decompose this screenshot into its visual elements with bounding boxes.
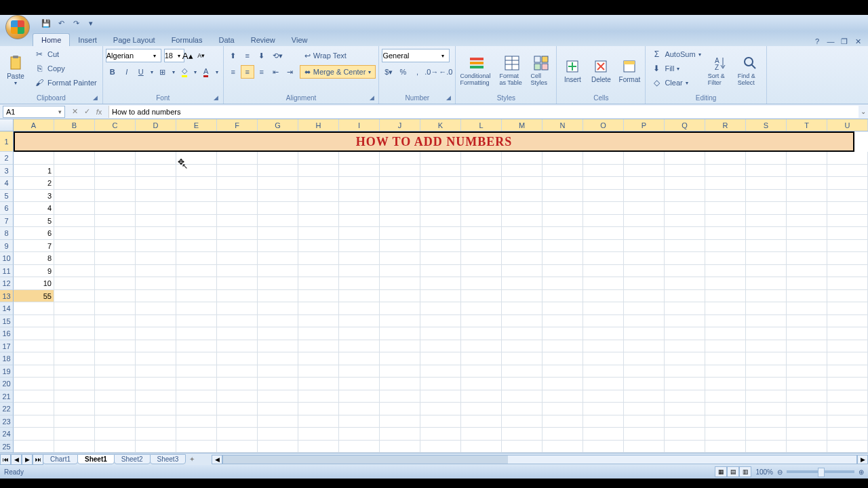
cell-e7[interactable] [176, 215, 217, 228]
cell-f13[interactable] [217, 290, 258, 303]
scroll-left-button[interactable]: ◀ [212, 455, 222, 464]
cell-r4[interactable] [705, 177, 746, 190]
cell-s23[interactable] [746, 415, 787, 428]
cell-q7[interactable] [665, 215, 705, 228]
sheet-nav-first[interactable]: ⏮ [0, 454, 11, 465]
sheet-tab-sheet1[interactable]: Sheet1 [77, 454, 115, 464]
cell-k3[interactable] [420, 165, 461, 178]
cell-l6[interactable] [461, 202, 502, 215]
format-as-table-button[interactable]: Format as Table [498, 47, 526, 94]
cell-m7[interactable] [502, 215, 542, 228]
cell-a3[interactable]: 1 [14, 165, 54, 178]
cell-j8[interactable] [380, 227, 420, 240]
cell-b15[interactable] [54, 315, 95, 328]
cell-t4[interactable] [787, 177, 827, 190]
cell-d23[interactable] [136, 415, 176, 428]
cell-d8[interactable] [136, 227, 176, 240]
cell-k15[interactable] [420, 315, 461, 328]
cell-p21[interactable] [624, 390, 665, 403]
row-header-6[interactable]: 6 [0, 202, 14, 215]
cell-r18[interactable] [705, 352, 746, 365]
cell-p6[interactable] [624, 202, 665, 215]
cell-d9[interactable] [136, 240, 176, 253]
cell-e24[interactable] [176, 428, 217, 441]
cell-m9[interactable] [502, 240, 542, 253]
font-launcher-icon[interactable]: ◢ [212, 94, 220, 102]
cell-d13[interactable] [136, 290, 176, 303]
orientation-button[interactable]: ⟲▾ [269, 49, 287, 62]
cell-u14[interactable] [827, 302, 868, 315]
cell-j19[interactable] [380, 365, 420, 378]
normal-view-button[interactable]: ▦ [715, 466, 727, 477]
cell-k23[interactable] [420, 415, 461, 428]
cell-m22[interactable] [502, 403, 542, 415]
cell-l11[interactable] [461, 265, 502, 278]
cell-k5[interactable] [420, 190, 461, 203]
cell-p7[interactable] [624, 215, 665, 228]
cell-p3[interactable] [624, 165, 665, 178]
comma-button[interactable]: , [410, 65, 424, 79]
cell-d21[interactable] [136, 390, 176, 403]
cell-e25[interactable] [176, 441, 217, 453]
cell-t18[interactable] [787, 352, 827, 365]
cell-q20[interactable] [665, 378, 705, 390]
cell-i18[interactable] [339, 352, 380, 365]
cell-j2[interactable] [380, 152, 420, 165]
cell-q11[interactable] [665, 265, 705, 278]
cell-a19[interactable] [14, 365, 54, 378]
col-header-t[interactable]: T [787, 119, 827, 131]
cell-p15[interactable] [624, 315, 665, 328]
cell-k8[interactable] [420, 227, 461, 240]
cell-u3[interactable] [827, 165, 868, 178]
cell-n3[interactable] [542, 165, 583, 178]
cell-p9[interactable] [624, 240, 665, 253]
cell-n5[interactable] [542, 190, 583, 203]
cell-o11[interactable] [583, 265, 624, 278]
cell-q25[interactable] [665, 441, 705, 453]
cell-a4[interactable]: 2 [14, 177, 54, 190]
cell-i2[interactable] [339, 152, 380, 165]
cell-j4[interactable] [380, 177, 420, 190]
clear-button[interactable]: ◇Clear▾ [648, 76, 703, 89]
cell-a8[interactable]: 6 [14, 227, 54, 240]
cell-n7[interactable] [542, 215, 583, 228]
cell-o17[interactable] [583, 340, 624, 353]
cell-m15[interactable] [502, 315, 542, 328]
cell-m5[interactable] [502, 190, 542, 203]
cell-e22[interactable] [176, 403, 217, 415]
cell-q17[interactable] [665, 340, 705, 353]
cell-s14[interactable] [746, 302, 787, 315]
cell-u6[interactable] [827, 202, 868, 215]
cell-n20[interactable] [542, 378, 583, 390]
zoom-slider[interactable] [787, 470, 854, 473]
cell-i17[interactable] [339, 340, 380, 353]
cell-o20[interactable] [583, 378, 624, 390]
cell-b7[interactable] [54, 215, 95, 228]
cell-e8[interactable] [176, 227, 217, 240]
cell-q8[interactable] [665, 227, 705, 240]
row-header-3[interactable]: 3 [0, 165, 14, 178]
cell-f18[interactable] [217, 352, 258, 365]
wrap-text-button[interactable]: ↩Wrap Text [300, 49, 351, 62]
row-header-20[interactable]: 20 [0, 378, 14, 390]
cell-h14[interactable] [298, 302, 339, 315]
cell-t15[interactable] [787, 315, 827, 328]
cell-u25[interactable] [827, 441, 868, 453]
cell-m18[interactable] [502, 352, 542, 365]
cell-i5[interactable] [339, 190, 380, 203]
cell-g13[interactable] [258, 290, 298, 303]
cell-i10[interactable] [339, 252, 380, 265]
cell-d17[interactable] [136, 340, 176, 353]
cell-f10[interactable] [217, 252, 258, 265]
cell-k4[interactable] [420, 177, 461, 190]
cell-l13[interactable] [461, 290, 502, 303]
cell-p16[interactable] [624, 327, 665, 340]
cell-i13[interactable] [339, 290, 380, 303]
cell-p13[interactable] [624, 290, 665, 303]
align-middle-button[interactable]: ≡ [241, 49, 254, 62]
cell-j14[interactable] [380, 302, 420, 315]
row-header-24[interactable]: 24 [0, 428, 14, 441]
cell-f17[interactable] [217, 340, 258, 353]
cell-d16[interactable] [136, 327, 176, 340]
cell-u12[interactable] [827, 277, 868, 290]
